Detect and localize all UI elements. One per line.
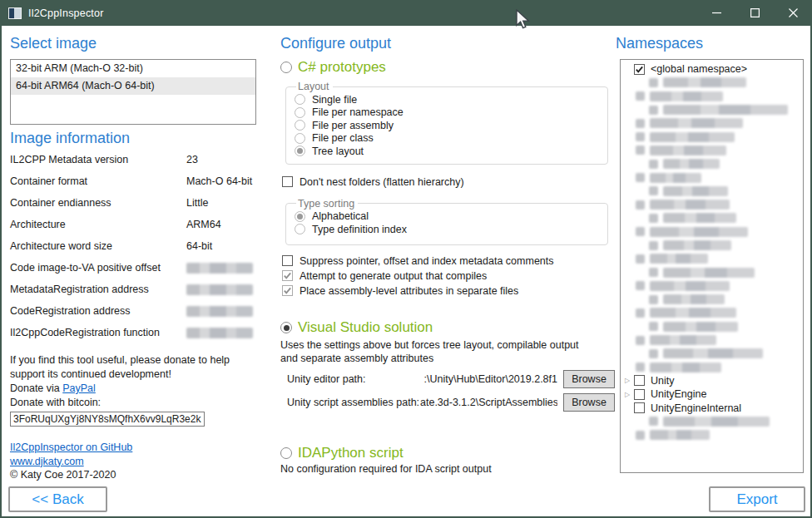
visual-studio-label: Visual Studio solution bbox=[298, 319, 433, 336]
radio-icon bbox=[295, 211, 305, 222]
redacted-label bbox=[650, 227, 748, 237]
browse-button[interactable]: Browse bbox=[563, 370, 615, 388]
output-flags: Suppress pointer, offset and index metad… bbox=[280, 254, 615, 299]
dont-nest-checkbox[interactable]: Don't nest folders (flatten hierarchy) bbox=[282, 176, 615, 188]
flag-checkbox[interactable]: Suppress pointer, offset and index metad… bbox=[282, 254, 615, 269]
radio-dot bbox=[297, 148, 303, 154]
radio-option-file-per-class[interactable]: File per class bbox=[295, 132, 607, 146]
radio-option-type-definition-index[interactable]: Type definition index bbox=[295, 223, 607, 236]
radio-option-alphabetical[interactable]: Alphabetical bbox=[295, 210, 607, 224]
radio-option-label: File per namespace bbox=[312, 106, 404, 118]
checkbox-icon bbox=[282, 270, 293, 281]
info-label: Container format bbox=[10, 175, 186, 187]
info-label: CodeRegistration address bbox=[10, 305, 186, 317]
radio-option-file-per-namespace[interactable]: File per namespace bbox=[295, 106, 607, 120]
radio-option-label: Tree layout bbox=[312, 146, 364, 157]
app-window: Il2CppInspector Select image 32-bit ARM … bbox=[0, 0, 812, 518]
namespace-item-redacted bbox=[621, 90, 803, 103]
redacted-checkbox bbox=[649, 186, 658, 195]
namespace-item-redacted bbox=[621, 157, 803, 170]
website-link[interactable]: www.djkaty.com bbox=[10, 456, 84, 467]
namespaces-listbox[interactable]: <global namespace>▷Unity▷UnityEngineUnit… bbox=[620, 59, 804, 473]
redacted-label bbox=[650, 146, 726, 155]
namespace-item[interactable]: ▷UnityEngine bbox=[621, 387, 803, 401]
info-label: MetadataRegistration address bbox=[10, 284, 186, 295]
namespace-item-redacted bbox=[621, 170, 803, 184]
flag-checkbox[interactable]: Attempt to generate output that compiles bbox=[282, 269, 615, 284]
close-button[interactable] bbox=[774, 0, 812, 26]
github-link[interactable]: Il2CppInspector on GitHub bbox=[10, 442, 132, 453]
redacted-checkbox bbox=[636, 363, 645, 372]
unity-path-row: Unity editor path::\Unity\Hub\Editor\201… bbox=[280, 370, 615, 388]
expander-icon[interactable]: ▷ bbox=[621, 391, 634, 398]
redacted-checkbox bbox=[649, 106, 658, 115]
redacted-checkbox bbox=[636, 227, 645, 236]
info-row: Container endiannessLittle bbox=[10, 197, 256, 219]
redacted-label bbox=[663, 213, 736, 223]
paypal-link[interactable]: PayPal bbox=[62, 382, 96, 394]
namespace-checkbox-icon[interactable] bbox=[634, 375, 645, 386]
namespace-item-redacted bbox=[621, 76, 803, 89]
radio-icon bbox=[295, 120, 305, 131]
redacted-checkbox bbox=[636, 431, 645, 440]
namespace-checkbox-icon[interactable] bbox=[634, 64, 645, 75]
redacted-checkbox bbox=[636, 91, 645, 101]
image-listbox[interactable]: 32-bit ARM (Mach-O 32-bit)64-bit ARM64 (… bbox=[10, 59, 256, 125]
redacted-label bbox=[663, 294, 725, 304]
redacted-label bbox=[663, 417, 770, 427]
namespace-label: Unity bbox=[651, 375, 674, 387]
dont-nest-checkbox-icon bbox=[282, 176, 293, 187]
info-row: ArchitectureARM64 bbox=[10, 219, 256, 240]
redacted-checkbox bbox=[636, 254, 645, 264]
namespace-item[interactable]: UnityEngineInternal bbox=[621, 401, 803, 414]
redacted-label bbox=[663, 186, 728, 196]
visual-studio-radio[interactable]: Visual Studio solution bbox=[280, 319, 615, 336]
expander-icon[interactable]: ▷ bbox=[621, 377, 634, 384]
image-list-item[interactable]: 32-bit ARM (Mach-O 32-bit) bbox=[11, 60, 255, 77]
info-value: ARM64 bbox=[186, 219, 221, 230]
redacted-checkbox bbox=[649, 241, 658, 250]
visual-studio-description: Uses the settings above but forces tree … bbox=[280, 338, 597, 365]
maximize-button[interactable] bbox=[735, 0, 774, 26]
radio-icon bbox=[295, 224, 305, 234]
info-row: MetadataRegistration address bbox=[10, 284, 256, 305]
dont-nest-label: Don't nest folders (flatten hierarchy) bbox=[300, 176, 464, 188]
radio-option-tree-layout[interactable]: Tree layout bbox=[295, 145, 607, 158]
redacted-label bbox=[650, 91, 723, 101]
export-button[interactable]: Export bbox=[709, 486, 805, 512]
radio-option-file-per-assembly[interactable]: File per assembly bbox=[295, 119, 607, 132]
redacted-checkbox bbox=[649, 322, 658, 331]
csharp-prototypes-radio[interactable]: C# prototypes bbox=[280, 59, 615, 76]
checkbox-icon bbox=[282, 255, 293, 266]
redacted-label bbox=[650, 281, 730, 291]
redacted-value bbox=[186, 306, 253, 317]
path-label: Unity script assemblies path: bbox=[287, 397, 420, 408]
namespace-item[interactable]: ▷Unity bbox=[621, 374, 803, 387]
radio-option-single-file[interactable]: Single file bbox=[295, 93, 607, 106]
idapython-radio[interactable]: IDAPython script bbox=[280, 445, 615, 461]
radio-dot bbox=[297, 214, 303, 220]
browse-button[interactable]: Browse bbox=[563, 393, 615, 412]
minimize-button[interactable] bbox=[697, 0, 735, 26]
redacted-label bbox=[650, 132, 735, 142]
namespace-item-redacted bbox=[621, 252, 803, 265]
titlebar: Il2CppInspector bbox=[0, 0, 812, 26]
window-title: Il2CppInspector bbox=[28, 7, 104, 19]
image-list-item[interactable]: 64-bit ARM64 (Mach-O 64-bit) bbox=[11, 77, 255, 95]
path-value: ate.3d-3.1.2\ScriptAssemblies bbox=[420, 397, 557, 408]
namespace-item-redacted bbox=[621, 347, 803, 360]
back-button[interactable]: << Back bbox=[8, 486, 107, 512]
namespace-checkbox-icon[interactable] bbox=[634, 389, 645, 400]
redacted-label bbox=[663, 348, 763, 358]
radio-icon bbox=[295, 133, 305, 144]
flag-checkbox[interactable]: Place assembly-level attributes in separ… bbox=[282, 284, 615, 298]
unity-path-row: Unity script assemblies path:ate.3d-3.1.… bbox=[280, 393, 615, 412]
radio-option-label: File per assembly bbox=[312, 120, 394, 131]
bitcoin-address-input[interactable] bbox=[10, 412, 205, 427]
namespace-checkbox-icon[interactable] bbox=[634, 402, 645, 413]
type-sorting-groupbox: Type sorting AlphabeticalType definition… bbox=[285, 198, 608, 245]
namespace-label: UnityEngine bbox=[651, 388, 706, 400]
path-value: :\Unity\Hub\Editor\2019.2.8f1 bbox=[420, 373, 557, 385]
redacted-checkbox bbox=[636, 119, 645, 128]
namespace-item[interactable]: <global namespace> bbox=[621, 62, 803, 76]
